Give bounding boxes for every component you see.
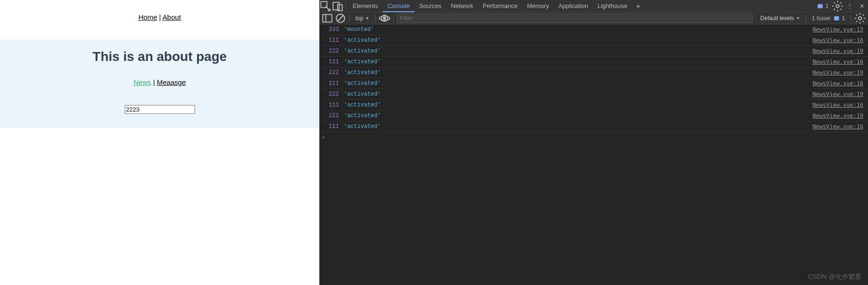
log-row: 111'activated'NewsView.vue:16 xyxy=(319,35,868,46)
log-message: 'activated' xyxy=(344,123,381,130)
tab-memory[interactable]: Memory xyxy=(522,0,554,12)
context-selector[interactable]: top▼ xyxy=(353,15,372,22)
sub-nav: News | Meaasge xyxy=(134,78,186,86)
log-number: 111 xyxy=(329,123,342,130)
nav-about-link[interactable]: About xyxy=(163,13,181,21)
tab-application[interactable]: Application xyxy=(554,0,593,12)
about-area: This is an about page News | Meaasge xyxy=(0,40,319,128)
log-number: 111 xyxy=(329,37,342,44)
device-toggle-icon[interactable] xyxy=(332,0,344,12)
log-message: 'activated' xyxy=(344,91,381,98)
tab-sources[interactable]: Sources xyxy=(415,0,446,12)
log-message: 'activated' xyxy=(344,59,381,65)
subnav-separator: | xyxy=(153,78,157,86)
tab-network[interactable]: Network xyxy=(446,0,478,12)
log-source-link[interactable]: NewsView.vue:19 xyxy=(813,69,863,76)
prompt-chevron-icon: › xyxy=(322,135,325,141)
log-source-link[interactable]: NewsView.vue:16 xyxy=(813,59,863,65)
log-message: 'activated' xyxy=(344,37,381,44)
clear-console-icon[interactable] xyxy=(334,12,347,24)
log-row: 222'activated'NewsView.vue:19 xyxy=(319,89,868,100)
log-source-link[interactable]: NewsView.vue:16 xyxy=(813,102,863,108)
inspect-icon[interactable] xyxy=(319,0,332,12)
log-message: 'mounted' xyxy=(344,26,374,33)
svg-line-8 xyxy=(338,15,344,21)
divider xyxy=(349,15,350,22)
log-row: 333'mounted'NewsView.vue:13 xyxy=(319,24,868,35)
log-source-link[interactable]: NewsView.vue:19 xyxy=(813,48,863,54)
divider xyxy=(851,15,851,22)
log-levels-selector[interactable]: Default levels▼ xyxy=(757,15,803,22)
log-row: 111'activated'NewsView.vue:16 xyxy=(319,57,868,68)
nav-separator: | xyxy=(159,13,162,21)
watermark: CSDN @化作繁星 xyxy=(808,273,861,281)
filter-input[interactable] xyxy=(397,14,753,23)
log-number: 222 xyxy=(329,91,342,98)
devtools-tab-bar: ElementsConsoleSourcesNetworkPerformance… xyxy=(319,0,868,12)
top-nav: Home | About xyxy=(138,13,181,21)
log-source-link[interactable]: NewsView.vue:19 xyxy=(813,91,863,98)
log-message: 'activated' xyxy=(344,102,381,108)
kebab-menu-icon[interactable]: ⋮ xyxy=(844,0,856,12)
errors-badge[interactable]: 1 xyxy=(814,1,831,11)
log-source-link[interactable]: NewsView.vue:13 xyxy=(813,26,863,33)
svg-rect-3 xyxy=(818,4,823,8)
console-output: 333'mounted'NewsView.vue:13111'activated… xyxy=(319,24,868,285)
subnav-news-link[interactable]: News xyxy=(134,78,151,86)
subnav-message-link[interactable]: Meaasge xyxy=(157,78,186,86)
log-row: 111'activated'NewsView.vue:16 xyxy=(319,78,868,89)
log-source-link[interactable]: NewsView.vue:16 xyxy=(813,37,863,44)
log-number: 111 xyxy=(329,80,342,87)
devtools-pane: ElementsConsoleSourcesNetworkPerformance… xyxy=(319,0,868,285)
log-number: 111 xyxy=(329,59,342,65)
console-prompt[interactable]: › xyxy=(319,132,868,143)
console-toolbar: top▼ Default levels▼ 1 Issue: 1 xyxy=(319,12,868,24)
svg-rect-1 xyxy=(333,2,339,9)
log-number: 222 xyxy=(329,69,342,76)
text-input[interactable] xyxy=(125,105,195,114)
log-message: 'activated' xyxy=(344,48,381,54)
tab-lighthouse[interactable]: Lighthouse xyxy=(593,0,632,12)
close-icon[interactable]: ✕ xyxy=(856,0,868,12)
svg-point-10 xyxy=(383,17,385,19)
divider xyxy=(346,2,346,10)
log-message: 'activated' xyxy=(344,80,381,87)
log-source-link[interactable]: NewsView.vue:19 xyxy=(813,112,863,119)
log-message: 'activated' xyxy=(344,69,381,76)
divider xyxy=(375,15,376,22)
more-tabs-icon[interactable]: » xyxy=(632,0,644,12)
log-number: 111 xyxy=(329,102,342,108)
tab-elements[interactable]: Elements xyxy=(348,0,383,12)
log-number: 222 xyxy=(329,112,342,119)
issues-indicator[interactable]: 1 Issue: 1 xyxy=(809,14,848,23)
log-row: 222'activated'NewsView.vue:19 xyxy=(319,68,868,78)
log-row: 111'activated'NewsView.vue:16 xyxy=(319,121,868,132)
log-number: 222 xyxy=(329,48,342,54)
tab-performance[interactable]: Performance xyxy=(478,0,522,12)
divider xyxy=(806,15,806,22)
svg-rect-11 xyxy=(834,16,839,20)
live-expression-icon[interactable] xyxy=(378,12,391,24)
tab-console[interactable]: Console xyxy=(383,0,415,12)
log-message: 'activated' xyxy=(344,112,381,119)
nav-home-link[interactable]: Home xyxy=(138,13,157,21)
log-source-link[interactable]: NewsView.vue:16 xyxy=(813,123,863,130)
svg-point-4 xyxy=(836,4,839,8)
log-number: 333 xyxy=(329,26,342,33)
divider xyxy=(393,15,394,22)
svg-rect-5 xyxy=(323,14,332,22)
settings-gear-icon[interactable] xyxy=(831,0,844,12)
page-title: This is an about page xyxy=(92,49,226,64)
console-settings-gear-icon[interactable] xyxy=(854,12,866,24)
log-row: 222'activated'NewsView.vue:19 xyxy=(319,111,868,121)
sidebar-toggle-icon[interactable] xyxy=(321,12,333,24)
log-source-link[interactable]: NewsView.vue:16 xyxy=(813,80,863,87)
log-row: 111'activated'NewsView.vue:16 xyxy=(319,100,868,111)
svg-point-12 xyxy=(859,16,862,20)
app-pane: Home | About This is an about page News … xyxy=(0,0,319,285)
log-row: 222'activated'NewsView.vue:19 xyxy=(319,46,868,57)
